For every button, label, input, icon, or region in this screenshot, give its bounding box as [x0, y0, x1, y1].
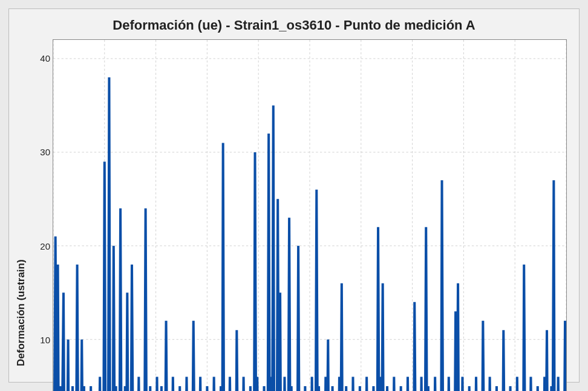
plot-wrapper: Deformación (ustrain) -10010203040 10:00…	[9, 37, 579, 391]
y-axis-label: Deformación (ustrain)	[14, 39, 28, 391]
app-window: Deformación (ue) - Strain1_os3610 - Punt…	[0, 0, 588, 391]
plot-area[interactable]	[53, 39, 567, 391]
chart-panel: Deformación (ue) - Strain1_os3610 - Punt…	[8, 8, 580, 383]
y-tick: 10	[40, 334, 50, 344]
y-tick: 40	[40, 53, 50, 63]
y-tick: 30	[40, 147, 50, 157]
y-tick: 20	[40, 241, 50, 251]
time-series-svg	[53, 40, 566, 391]
chart-title: Deformación (ue) - Strain1_os3610 - Punt…	[9, 9, 579, 37]
y-axis-ticks: -10010203040	[28, 39, 53, 391]
